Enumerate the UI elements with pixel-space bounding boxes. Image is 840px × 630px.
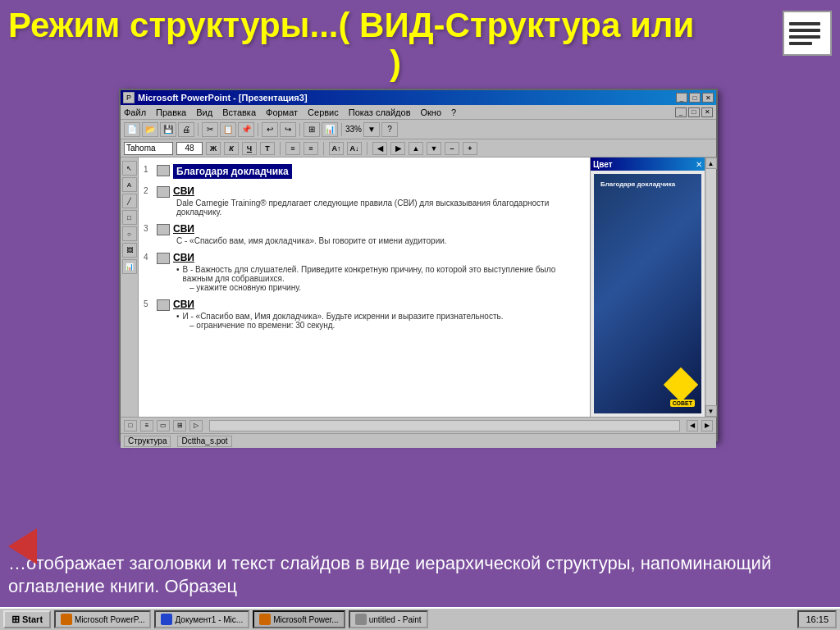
collapse-button[interactable]: –: [445, 142, 459, 155]
menu-help[interactable]: ?: [451, 107, 456, 117]
slide-body-4: • В - Важность для слушателей. Приведите…: [176, 265, 585, 292]
open-button[interactable]: 📂: [142, 122, 158, 137]
normal-view-button[interactable]: □: [124, 420, 137, 431]
vertical-scrollbar[interactable]: ▲ ▼: [705, 158, 716, 417]
underline-button[interactable]: Ч: [242, 142, 257, 155]
tool-image[interactable]: 🖼: [122, 243, 137, 258]
horizontal-scrollbar[interactable]: [209, 420, 680, 431]
slide-body-5: • И - «Спасибо вам, Имя докладчика». Буд…: [176, 312, 585, 330]
outline-slide-4: 4 СВИ • В - Важность для слушателей. При…: [144, 252, 585, 292]
paste-button[interactable]: 📌: [238, 122, 254, 137]
taskbar-item-2[interactable]: Microsoft Power...: [253, 610, 345, 628]
shadow-button[interactable]: Т: [260, 142, 275, 155]
slide-icon-3: [157, 224, 170, 235]
taskbar-item-1[interactable]: Документ1 - Mic...: [154, 610, 249, 628]
minimize-doc-button[interactable]: _: [675, 107, 687, 117]
menu-edit[interactable]: Правка: [156, 107, 186, 117]
scroll-left-button[interactable]: ◀: [687, 420, 698, 431]
scroll-right-button[interactable]: ▶: [701, 420, 713, 431]
separator6: [323, 142, 324, 155]
scrollbar-track[interactable]: [706, 169, 716, 405]
taskbar-item-3[interactable]: untitled - Paint: [349, 610, 428, 628]
icon-line2: [789, 29, 820, 32]
tool-text[interactable]: A: [122, 177, 137, 192]
system-clock: 16:15: [797, 610, 837, 628]
close-button[interactable]: ✕: [702, 93, 714, 103]
menu-insert[interactable]: Вставка: [222, 107, 256, 117]
separator1: [198, 123, 199, 136]
move-up-button[interactable]: ▲: [409, 142, 423, 155]
zoom-control: 33% ▼: [345, 122, 380, 137]
outline-slide-3: 3 СВИ С - «Спасибо вам, имя докладчика».…: [144, 223, 585, 245]
tool-rect[interactable]: □: [122, 210, 137, 225]
decrease-font-button[interactable]: A↓: [347, 142, 362, 155]
menu-view[interactable]: Вид: [196, 107, 212, 117]
maximize-button[interactable]: □: [689, 93, 701, 103]
save-button[interactable]: 💾: [160, 122, 176, 137]
slide-icon-4: [157, 253, 170, 264]
thumbnail-image: Благодаря докладчика СОВЕТ: [594, 174, 701, 413]
outline-view-button[interactable]: ≡: [140, 420, 153, 431]
app-icon: P: [123, 92, 135, 103]
numbering-button[interactable]: ≡: [304, 142, 318, 155]
font-size-selector[interactable]: [176, 142, 203, 155]
thumbnail-slide-title: Благодаря докладчика: [600, 180, 675, 189]
start-button[interactable]: ⊞ Start: [3, 610, 51, 628]
sub-bullet-4-1: – укажите основную причину.: [189, 283, 585, 292]
main-title-line2: ): [8, 44, 783, 82]
help-button[interactable]: ?: [381, 122, 398, 137]
bold-button[interactable]: Ж: [206, 142, 221, 155]
thumbnail-titlebar: Цвет ✕: [591, 158, 705, 171]
separator5: [280, 142, 281, 155]
expand-button[interactable]: +: [463, 142, 477, 155]
promote-button[interactable]: ◀: [372, 142, 387, 155]
menu-window[interactable]: Окно: [421, 107, 442, 117]
italic-button[interactable]: К: [224, 142, 239, 155]
scroll-up-button[interactable]: ▲: [705, 158, 717, 169]
insert-table-button[interactable]: ⊞: [304, 122, 320, 137]
zoom-dropdown[interactable]: ▼: [363, 122, 380, 137]
taskbar-icon-0: [61, 614, 72, 625]
bullet-mark-4-1: •: [176, 265, 180, 283]
taskbar-item-0[interactable]: Microsoft PowerP...: [54, 610, 151, 628]
thumbnail-title: Цвет: [593, 160, 613, 169]
powerpoint-window: P Microsoft PowerPoint - [Презентация3] …: [119, 89, 718, 441]
tool-oval[interactable]: ○: [122, 226, 137, 241]
separator2: [258, 123, 258, 136]
print-button[interactable]: 🖨: [178, 122, 194, 137]
new-button[interactable]: 📄: [124, 122, 140, 137]
font-selector[interactable]: [124, 142, 173, 155]
slide-content-2: СВИ Dale Carnegie Training® предлагает с…: [173, 185, 585, 217]
sorter-view-button[interactable]: ⊞: [173, 420, 186, 431]
start-button-icon: ⊞: [11, 614, 20, 625]
taskbar-icon-2: [259, 614, 271, 625]
insert-chart-button[interactable]: 📊: [322, 122, 338, 137]
increase-font-button[interactable]: A↑: [329, 142, 344, 155]
tool-graph[interactable]: 📊: [122, 259, 137, 274]
menu-service[interactable]: Сервис: [308, 107, 339, 117]
restore-doc-button[interactable]: □: [688, 107, 700, 117]
bullets-button[interactable]: ≡: [285, 142, 300, 155]
slide-view-button[interactable]: ▭: [157, 420, 170, 431]
scroll-down-button[interactable]: ▼: [705, 405, 717, 417]
move-down-button[interactable]: ▼: [427, 142, 441, 155]
navigation-arrow[interactable]: [8, 528, 37, 564]
cut-button[interactable]: ✂: [202, 122, 218, 137]
menu-bar: Файл Правка Вид Вставка Формат Сервис По…: [121, 105, 716, 120]
minimize-button[interactable]: _: [676, 93, 687, 103]
slideshow-view-button[interactable]: ▷: [189, 420, 203, 431]
menu-slideshow[interactable]: Показ слайдов: [349, 107, 411, 117]
tool-arrow[interactable]: ↖: [122, 161, 137, 176]
close-doc-button[interactable]: ✕: [701, 107, 713, 117]
slide-body-2: Dale Carnegie Training® предлагает следу…: [176, 199, 585, 217]
menu-file[interactable]: Файл: [124, 107, 146, 117]
menu-format[interactable]: Формат: [266, 107, 298, 117]
thumbnail-close-button[interactable]: ✕: [696, 160, 702, 169]
undo-button[interactable]: ↩: [262, 122, 278, 137]
tool-line[interactable]: ╱: [122, 194, 137, 208]
redo-button[interactable]: ↪: [280, 122, 296, 137]
demote-button[interactable]: ▶: [390, 142, 405, 155]
start-button-label: Start: [22, 614, 43, 624]
copy-button[interactable]: 📋: [220, 122, 236, 137]
sub-bullet-5-1: – ограничение по времени: 30 секунд.: [189, 321, 585, 330]
